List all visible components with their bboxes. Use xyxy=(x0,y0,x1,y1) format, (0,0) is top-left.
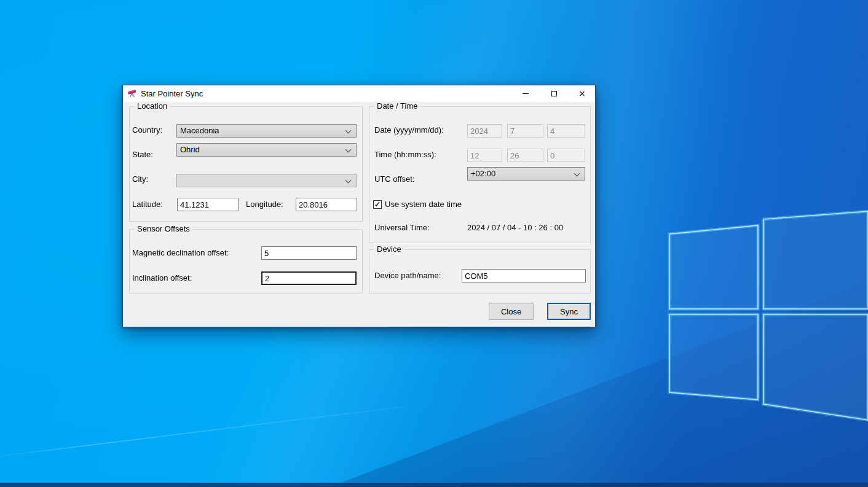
maximize-icon xyxy=(551,91,557,96)
magnetic-declination-label: Magnetic declination offset: xyxy=(132,248,229,258)
date-month-input xyxy=(507,124,543,138)
titlebar: Star Pointer Sync × xyxy=(123,85,595,102)
time-second-input xyxy=(547,149,585,162)
time-label: Time (hh:mm:ss): xyxy=(374,150,436,160)
time-minute-input xyxy=(507,149,543,162)
close-window-button[interactable]: × xyxy=(568,85,596,102)
chevron-down-icon xyxy=(345,177,352,184)
device-path-input[interactable] xyxy=(462,269,586,282)
longitude-input[interactable] xyxy=(296,198,357,211)
utc-offset-value: +02:00 xyxy=(471,169,495,178)
telescope-icon xyxy=(127,88,137,98)
latitude-input[interactable] xyxy=(177,198,239,211)
maximize-button[interactable] xyxy=(540,85,568,102)
close-icon: × xyxy=(579,88,585,99)
checkmark-icon: ✓ xyxy=(374,201,381,208)
date-time-group-title: Date / Time xyxy=(374,101,420,111)
inclination-offset-label: Inclination offset: xyxy=(132,273,192,283)
use-system-datetime-label: Use system date time xyxy=(385,200,462,209)
sync-button[interactable]: Sync xyxy=(547,303,591,320)
inclination-offset-input[interactable] xyxy=(261,271,357,285)
window-title: Star Pointer Sync xyxy=(141,89,203,98)
sensor-offsets-group-title: Sensor Offsets xyxy=(135,224,192,233)
country-dropdown[interactable]: Macedonia xyxy=(176,124,357,138)
utc-offset-dropdown[interactable]: +02:00 xyxy=(467,167,585,181)
city-label: City: xyxy=(132,174,148,184)
star-pointer-sync-window: Star Pointer Sync × Location Country: Ma… xyxy=(122,85,596,327)
windows-logo-icon xyxy=(661,206,868,427)
chevron-down-icon xyxy=(345,147,352,153)
device-group-title: Device xyxy=(374,244,404,254)
location-group-title: Location xyxy=(135,101,170,111)
state-value: Ohrid xyxy=(180,145,200,154)
country-label: Country: xyxy=(132,125,162,135)
longitude-label: Longitude: xyxy=(246,200,283,209)
use-system-datetime-checkbox[interactable]: ✓ xyxy=(373,200,382,209)
device-path-label: Device path/name: xyxy=(374,271,441,281)
country-value: Macedonia xyxy=(180,126,219,135)
city-dropdown xyxy=(176,174,357,187)
wallpaper-bottom-strip xyxy=(0,483,868,487)
minimize-icon xyxy=(523,93,529,94)
minimize-button[interactable] xyxy=(511,85,540,102)
sync-button-label: Sync xyxy=(560,307,578,316)
universal-time-label: Universal Time: xyxy=(374,223,430,233)
universal-time-value: 2024 / 07 / 04 - 10 : 26 : 00 xyxy=(467,223,563,232)
time-hour-input xyxy=(467,149,502,162)
date-year-input xyxy=(467,124,502,138)
chevron-down-icon xyxy=(345,128,352,134)
date-label: Date (yyyy/mm/dd): xyxy=(374,125,444,135)
state-dropdown[interactable]: Ohrid xyxy=(176,143,357,157)
magnetic-declination-input[interactable] xyxy=(261,246,357,260)
state-label: State: xyxy=(132,150,153,160)
close-button-label: Close xyxy=(501,307,521,316)
chevron-down-icon xyxy=(574,171,580,177)
date-day-input xyxy=(547,124,585,138)
latitude-label: Latitude: xyxy=(132,200,163,209)
close-button[interactable]: Close xyxy=(489,303,534,320)
utc-offset-label: UTC offset: xyxy=(374,174,415,184)
